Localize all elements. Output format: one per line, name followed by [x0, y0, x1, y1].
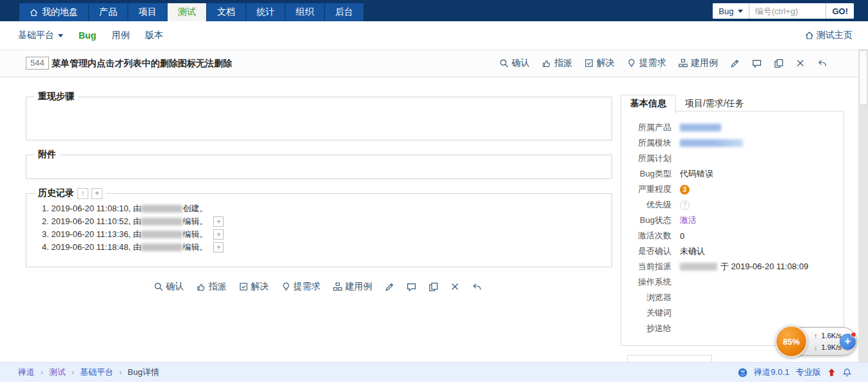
search-icon: [499, 59, 508, 68]
nav-item-doc[interactable]: 文档: [207, 3, 246, 21]
memory-percent-ball[interactable]: 85%: [775, 325, 807, 358]
redacted-user-name: [141, 205, 182, 213]
breadcrumb: 禅道 › 测试 › 基础平台 › Bug详情: [18, 367, 159, 378]
nav-item-my[interactable]: 我的地盘: [19, 3, 88, 21]
back-button[interactable]: [472, 282, 482, 291]
field-browser: 浏览器: [621, 290, 844, 305]
history-section-title: 历史记录: [38, 187, 74, 199]
edition-link[interactable]: 专业版: [796, 367, 821, 378]
field-status: Bug状态 激活: [621, 213, 844, 228]
back-button[interactable]: [817, 59, 827, 68]
network-speeds: ↑ 1.6K/s ↓ 1.9K/s: [814, 330, 842, 353]
field-activated-count: 激活次数 0: [621, 228, 844, 244]
field-product: 所属产品: [621, 120, 844, 135]
history-item: 2. 2019-06-20 11:10:52, 由 编辑。 +: [33, 215, 605, 228]
zentao-logo-icon: [738, 368, 747, 377]
thumb-up-icon: [197, 282, 206, 291]
product-switcher[interactable]: 基础平台: [18, 30, 63, 41]
resolve-button[interactable]: 解决: [584, 57, 615, 69]
sitemap-icon: [333, 282, 342, 291]
nav-item-qa[interactable]: 测试: [168, 3, 206, 21]
status-badge: 激活: [680, 215, 697, 226]
thumb-up-icon: [542, 59, 551, 68]
history-collapse-button[interactable]: ↑: [77, 188, 88, 199]
to-case-button[interactable]: 建用例: [679, 57, 718, 69]
to-story-button[interactable]: 提需求: [282, 281, 321, 292]
bell-icon[interactable]: [842, 368, 852, 377]
bug-id-badge: 544: [26, 57, 49, 70]
breadcrumb-product[interactable]: 基础平台: [80, 367, 113, 378]
confirm-button[interactable]: 确认: [499, 57, 530, 69]
tab-project-story-task[interactable]: 项目/需求/任务: [676, 95, 753, 113]
notification-dot: [851, 332, 856, 338]
check-square-icon: [584, 59, 593, 68]
download-arrow-icon: ↓: [814, 341, 818, 353]
delete-button[interactable]: [450, 282, 459, 291]
check-square-icon: [239, 282, 248, 291]
tab-basic-info[interactable]: 基本信息: [621, 95, 676, 114]
history-expand-button[interactable]: +: [213, 229, 224, 240]
scrollbar-track[interactable]: [858, 49, 868, 362]
history-item: 4. 2019-06-20 11:18:48, 由 编辑。 +: [33, 241, 605, 254]
footer-right: 禅道9.0.1 专业版: [738, 367, 852, 378]
upgrade-arrow-icon[interactable]: [827, 368, 836, 377]
history-item: 1. 2019-06-20 11:08:10, 由 创建。: [33, 202, 605, 215]
breadcrumb-qa[interactable]: 测试: [49, 367, 66, 378]
go-button[interactable]: GO!: [825, 3, 854, 19]
bug-title: 菜单管理内点击才列表中的删除图标无法删除: [52, 58, 232, 70]
lightbulb-icon: [282, 282, 291, 291]
nav-item-project[interactable]: 项目: [128, 3, 167, 21]
search-icon: [154, 282, 163, 291]
nav-item-admin[interactable]: 后台: [325, 3, 363, 21]
nav-item-product[interactable]: 产品: [89, 3, 128, 21]
upload-arrow-icon: ↑: [814, 330, 818, 341]
field-severity: 严重程度 3: [621, 182, 844, 197]
breadcrumb-separator: ›: [119, 368, 122, 377]
nav-item-company[interactable]: 组织: [285, 3, 324, 21]
copy-button[interactable]: [774, 59, 784, 68]
field-confirmed: 是否确认 未确认: [621, 244, 844, 259]
home-icon: [30, 8, 38, 17]
scrollbar-thumb[interactable]: [859, 50, 867, 105]
search-module-dropdown[interactable]: Bug: [713, 3, 749, 19]
files-section: 附件: [26, 149, 612, 179]
assign-button[interactable]: 指派: [197, 281, 227, 292]
to-case-button[interactable]: 建用例: [333, 281, 372, 292]
history-expand-button[interactable]: +: [213, 242, 224, 253]
caret-down-icon: [738, 10, 743, 13]
to-story-button[interactable]: 提需求: [627, 57, 666, 69]
redacted-module-link[interactable]: [680, 139, 743, 147]
sub-navbar: 基础平台 Bug 用例 版本 测试主页: [0, 21, 868, 50]
nav-item-label: 我的地盘: [42, 6, 78, 18]
assign-button[interactable]: 指派: [542, 57, 572, 69]
subnav-item-bug[interactable]: Bug: [79, 30, 96, 41]
breadcrumb-home[interactable]: 禅道: [18, 367, 35, 378]
resolve-button[interactable]: 解决: [239, 281, 269, 292]
history-expand-button[interactable]: +: [213, 216, 224, 227]
field-priority: 优先级 ?: [621, 197, 844, 213]
edit-button[interactable]: [385, 282, 394, 292]
upload-speed: 1.6K/s: [822, 330, 842, 341]
confirm-button[interactable]: 确认: [154, 281, 184, 292]
copy-button[interactable]: [429, 282, 438, 292]
qa-home-link[interactable]: 测试主页: [805, 30, 853, 41]
history-add-button[interactable]: +: [92, 188, 102, 199]
redacted-product-link[interactable]: [680, 124, 721, 131]
delete-button[interactable]: [796, 59, 805, 68]
comment-button[interactable]: [752, 59, 762, 68]
redacted-user-name: [141, 218, 182, 225]
version-link[interactable]: 禅道9.0.1: [754, 367, 789, 378]
edit-button[interactable]: [730, 59, 740, 68]
home-icon: [805, 31, 814, 40]
files-section-title: 附件: [38, 149, 56, 160]
search-input[interactable]: [749, 3, 825, 19]
browser-speed-widget[interactable]: 85% ↑ 1.6K/s ↓ 1.9K/s +: [775, 325, 858, 358]
subnav-item-build[interactable]: 版本: [145, 30, 163, 41]
redacted-user-name: [141, 231, 182, 238]
nav-item-report[interactable]: 统计: [246, 3, 285, 21]
sidebar-tabs: 基本信息 项目/需求/任务: [621, 95, 753, 113]
comment-button[interactable]: [407, 282, 416, 292]
redacted-assignee-name: [680, 263, 717, 271]
subnav-item-case[interactable]: 用例: [111, 30, 130, 41]
steps-section: 重现步骤: [26, 91, 612, 140]
